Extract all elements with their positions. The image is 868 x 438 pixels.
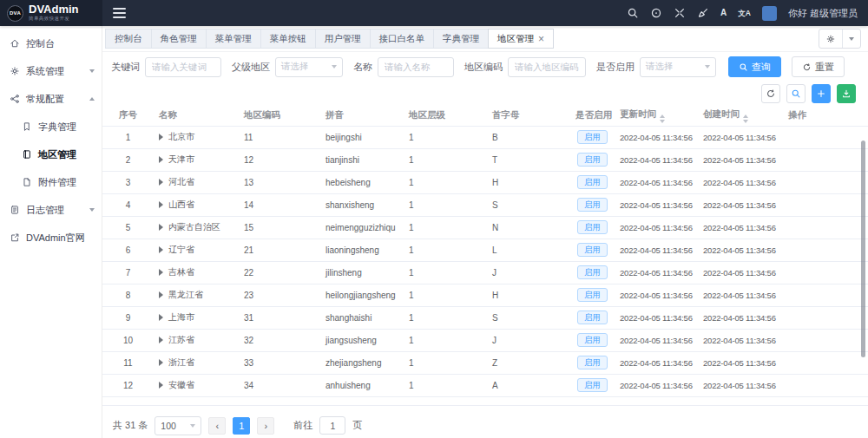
region-code-label: 地区编码 [464,61,503,74]
select-placeholder: 请选择 [646,61,674,73]
cell-index: 11 [102,351,154,374]
sidebar-item-region[interactable]: 地区管理 [0,141,102,168]
cell-name: 山西省 [154,193,239,216]
enabled-badge[interactable]: 启用 [577,333,608,347]
sidebar-item-system[interactable]: 系统管理 [0,57,102,85]
reset-button[interactable]: 重置 [792,56,845,77]
expand-row-icon[interactable] [159,134,163,141]
tab-label: 角色管理 [161,33,197,45]
cell-code: 14 [239,193,320,216]
keyword-input[interactable] [145,57,221,77]
expand-row-icon[interactable] [159,291,163,298]
search-icon [791,88,801,99]
avatar[interactable] [762,6,777,21]
enabled-badge[interactable]: 启用 [577,243,608,257]
cell-pinyin: tianjinshi [320,148,404,171]
topbar: DVA DVAdmin 简单高效快速开发 A 文A 你好 超级管理员 [0,0,868,26]
sort-updated-button[interactable] [660,114,665,123]
sidebar-item-console[interactable]: 控制台 [0,29,102,57]
enabled-badge[interactable]: 启用 [577,265,608,279]
goto-page-input[interactable] [319,416,345,435]
cell-index: 5 [102,216,154,239]
table-container: 序号 名称 地区编码 拼音 地区层级 首字母 是否启用 更新时间 创建时间 [102,106,868,413]
region-code-input[interactable] [508,57,586,77]
tab-角色管理[interactable]: 角色管理 [151,29,207,49]
page-1-button[interactable]: 1 [233,417,250,435]
cell-created: 2022-04-05 11:34:56 [700,148,783,171]
cell-level: 1 [404,126,487,148]
sidebar-item-label: 附件管理 [38,176,76,189]
page-size-select[interactable]: 100 [155,416,201,435]
enabled-badge[interactable]: 启用 [577,130,608,144]
search-button[interactable]: 查询 [728,56,781,77]
tab-dropdown-button[interactable] [842,29,860,48]
cell-updated: 2022-04-05 11:34:56 [616,193,700,216]
cell-updated: 2022-04-05 11:34:56 [616,351,700,374]
prev-page-button[interactable]: ‹ [208,417,226,435]
tab-菜单管理[interactable]: 菜单管理 [206,29,261,49]
expand-row-icon[interactable] [159,246,163,253]
expand-row-icon[interactable] [159,179,163,186]
cell-operations [783,306,868,329]
expand-row-icon[interactable] [159,359,163,366]
sidebar-item-label: 常规配置 [26,93,64,106]
add-button[interactable] [812,84,831,103]
search-toggle-button[interactable] [786,84,806,103]
cell-name: 天津市 [154,148,239,171]
enabled-badge[interactable]: 启用 [577,153,608,167]
sidebar-item-logs[interactable]: 日志管理 [0,196,102,224]
sidebar-item-official-site[interactable]: DVAdmin官网 [0,224,102,252]
expand-row-icon[interactable] [159,314,163,321]
enabled-badge[interactable]: 启用 [577,356,608,369]
refresh-button[interactable] [761,84,780,103]
enabled-badge[interactable]: 启用 [577,311,608,324]
cell-operations [783,284,868,306]
enabled-badge[interactable]: 启用 [577,288,608,302]
cell-pinyin: hebeisheng [320,171,404,193]
sort-created-button[interactable] [743,114,748,123]
expand-row-icon[interactable] [159,224,163,231]
cell-initial: A [487,374,572,396]
tab-字典管理[interactable]: 字典管理 [433,29,489,49]
next-page-button[interactable]: › [257,417,274,435]
tab-接口白名单[interactable]: 接口白名单 [370,29,435,49]
export-button[interactable] [837,84,856,103]
home-icon [10,38,20,49]
cell-created: 2022-04-05 11:34:56 [700,351,783,374]
name-input[interactable] [378,57,454,77]
expand-row-icon[interactable] [159,201,163,208]
enabled-select[interactable]: 请选择 [640,57,716,77]
search-icon[interactable] [627,7,639,19]
vertical-scrollbar[interactable] [861,141,865,357]
sidebar-item-attachment[interactable]: 附件管理 [0,168,102,196]
tab-label: 用户管理 [325,33,361,45]
enabled-badge[interactable]: 启用 [577,175,608,189]
app-name: DVAdmin [29,4,79,15]
bookmark-icon [22,121,32,132]
tab-settings-button[interactable] [819,29,842,48]
parent-region-select[interactable]: 请选择 [275,57,343,77]
sidebar-item-general-config[interactable]: 常规配置 [0,85,102,113]
target-icon[interactable] [650,7,662,19]
tab-用户管理[interactable]: 用户管理 [315,29,371,49]
font-size-icon[interactable]: A [720,9,727,17]
file-icon [22,177,32,187]
enabled-badge[interactable]: 启用 [577,198,608,212]
enabled-badge[interactable]: 启用 [577,220,608,234]
enabled-badge[interactable]: 启用 [577,378,608,392]
sidebar-collapse-button[interactable] [113,8,127,18]
tab-菜单按钮[interactable]: 菜单按钮 [260,29,316,49]
col-enabled: 是否启用 [572,106,616,126]
expand-row-icon[interactable] [159,269,163,276]
logo: DVA DVAdmin 简单高效快速开发 [0,0,102,26]
expand-row-icon[interactable] [159,156,163,163]
expand-row-icon[interactable] [159,382,163,389]
tab-close-icon[interactable]: × [538,34,544,44]
clean-icon[interactable] [697,7,709,19]
language-icon[interactable]: 文A [738,10,751,17]
tab-控制台[interactable]: 控制台 [105,29,152,49]
tab-地区管理[interactable]: 地区管理× [488,29,554,49]
sidebar-item-dict[interactable]: 字典管理 [0,113,102,141]
expand-row-icon[interactable] [159,337,163,343]
fullscreen-icon[interactable] [674,7,686,19]
